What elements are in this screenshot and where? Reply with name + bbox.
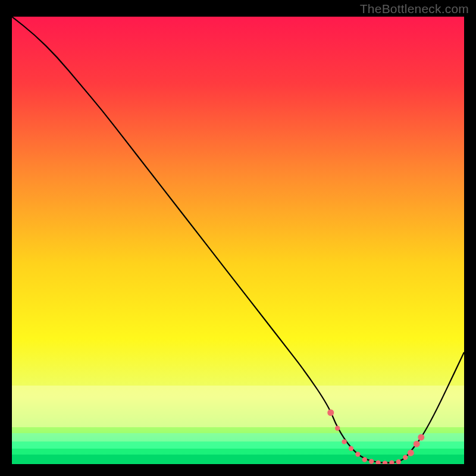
marker-dot bbox=[355, 452, 360, 456]
marker-dot bbox=[362, 457, 367, 462]
marker-dot bbox=[369, 459, 374, 464]
marker-dot bbox=[349, 446, 353, 451]
marker-dot bbox=[408, 450, 414, 456]
marker-dot bbox=[403, 455, 408, 460]
marker-dot bbox=[414, 441, 420, 447]
plot-area bbox=[12, 17, 464, 464]
pale-yellow-band bbox=[12, 386, 464, 427]
marker-dot bbox=[335, 426, 340, 431]
green-band-1 bbox=[12, 433, 464, 441]
marker-dot bbox=[342, 439, 346, 444]
chart-svg bbox=[12, 17, 464, 464]
marker-dot bbox=[327, 409, 334, 416]
chart-container: TheBottleneck.com bbox=[0, 0, 476, 476]
green-band-2 bbox=[12, 441, 464, 449]
green-band-3 bbox=[12, 449, 464, 455]
marker-dot bbox=[418, 434, 424, 440]
watermark-text: TheBottleneck.com bbox=[360, 2, 469, 16]
